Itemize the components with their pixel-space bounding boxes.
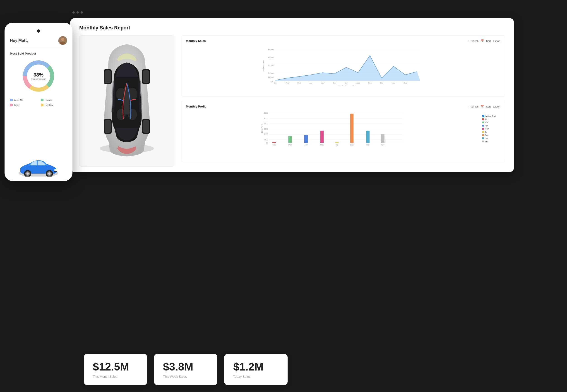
svg-text:$0: $0 bbox=[270, 81, 273, 83]
chart-actions-profit: › Refresh 📅 Sort Export bbox=[468, 105, 500, 108]
phone-camera bbox=[37, 29, 40, 33]
svg-text:$3,000: $3,000 bbox=[268, 64, 274, 67]
svg-text:Nov: Nov bbox=[392, 82, 395, 84]
svg-text:$1,000: $1,000 bbox=[268, 76, 274, 79]
svg-text:Jan: Jan bbox=[272, 144, 276, 146]
svg-rect-74 bbox=[320, 131, 324, 143]
svg-rect-73 bbox=[304, 135, 308, 143]
legend-nov: Nov bbox=[482, 140, 500, 143]
sort-btn-sales[interactable]: Sort bbox=[486, 40, 491, 42]
sort-btn-profit[interactable]: Sort bbox=[486, 105, 491, 108]
refresh-btn-profit[interactable]: › Refresh bbox=[468, 105, 479, 108]
svg-text:Oct: Oct bbox=[366, 144, 369, 146]
svg-text:Sep: Sep bbox=[368, 82, 372, 84]
donut-percent: 38% bbox=[31, 72, 46, 78]
svg-text:Aug: Aug bbox=[356, 82, 360, 84]
svg-text:May: May bbox=[320, 144, 324, 146]
legend-label-benz: Benz bbox=[14, 104, 20, 106]
legend-dot-jan bbox=[482, 118, 484, 120]
donut-chart: 38% Sales Increase bbox=[20, 58, 57, 94]
bar-chart-svg: $600 $500 $400 $300 $200 $100 $0 bbox=[186, 111, 480, 147]
svg-text:Feb: Feb bbox=[285, 82, 289, 84]
monthly-sales-panel: Monthly Sales › Refresh 📅 Sort Export $5… bbox=[181, 35, 505, 97]
export-btn-profit[interactable]: Export bbox=[493, 105, 500, 108]
avatar bbox=[58, 36, 67, 45]
most-sold-title: Most Sold Product bbox=[10, 52, 67, 55]
legend-label-oct: Oct bbox=[485, 137, 488, 140]
legend-suzuki: Suzuki bbox=[41, 99, 67, 101]
svg-text:Jun: Jun bbox=[333, 82, 336, 84]
refresh-chevron-profit: › bbox=[468, 105, 469, 108]
svg-text:Total Payment: Total Payment bbox=[262, 60, 265, 72]
svg-text:$4,000: $4,000 bbox=[268, 56, 274, 59]
monthly-sales-title: Monthly Sales bbox=[186, 39, 206, 42]
stat-card-week: $3.8M This Week Sales bbox=[154, 354, 217, 385]
legend-benz: Benz bbox=[10, 104, 36, 106]
legend-label-sep: Sep bbox=[485, 134, 488, 136]
donut-chart-container: 38% Sales Increase bbox=[10, 58, 67, 94]
legend-jul: Jul bbox=[482, 131, 500, 133]
stat-value-month: $12.5M bbox=[93, 361, 138, 373]
legend-label-suzuki: Suzuki bbox=[45, 99, 52, 101]
legend-may: May bbox=[482, 128, 500, 130]
svg-rect-23 bbox=[143, 70, 149, 83]
chart-actions-sales: › Refresh 📅 Sort Export bbox=[468, 39, 500, 42]
stat-value-today: $1.2M bbox=[233, 361, 279, 373]
legend-dot-benz bbox=[10, 104, 13, 106]
legend-dot-jul bbox=[482, 131, 484, 133]
legend-sep: Sep bbox=[482, 134, 500, 136]
blue-car-svg bbox=[14, 156, 63, 177]
greeting-text: Hey Matt, bbox=[10, 38, 28, 43]
refresh-label: Refresh bbox=[470, 40, 479, 42]
refresh-btn-sales[interactable]: › Refresh bbox=[468, 40, 479, 42]
svg-text:Total Profit: Total Profit bbox=[261, 124, 263, 133]
dashboard-panel: Monthly Sales Report bbox=[70, 18, 514, 172]
dot-2 bbox=[77, 11, 79, 14]
svg-rect-72 bbox=[288, 136, 292, 143]
username: Matt, bbox=[18, 38, 28, 43]
export-btn-sales[interactable]: Export bbox=[493, 40, 500, 42]
car-showcase bbox=[79, 35, 174, 167]
legend-label-mar: Mar bbox=[485, 121, 488, 124]
legend-bentley: Bentley bbox=[41, 104, 67, 106]
svg-text:$100: $100 bbox=[264, 139, 268, 141]
bar-chart-area: $600 $500 $400 $300 $200 $100 $0 bbox=[186, 111, 500, 147]
invoice-date-label: Invoice Date bbox=[485, 115, 496, 117]
svg-text:Nov: Nov bbox=[381, 144, 385, 146]
legend-dot-may bbox=[482, 128, 484, 130]
legend-label-jan: Jan bbox=[485, 118, 488, 120]
svg-text:Apr: Apr bbox=[305, 144, 308, 146]
bar-chart-legend: Invoice Date Jan Mar Apr bbox=[482, 111, 500, 147]
svg-text:Dec: Dec bbox=[404, 82, 407, 84]
monthly-profit-title: Monthly Profit bbox=[186, 105, 206, 108]
legend-dot-oct bbox=[482, 137, 484, 139]
svg-text:May: May bbox=[321, 82, 325, 84]
svg-text:$600: $600 bbox=[264, 112, 268, 114]
svg-rect-24 bbox=[105, 120, 111, 133]
stat-value-week: $3.8M bbox=[163, 361, 208, 373]
legend-dot-suzuki bbox=[41, 99, 43, 101]
stat-card-today: $1.2M Today Sales bbox=[224, 354, 288, 385]
svg-rect-71 bbox=[272, 142, 276, 143]
calendar-icon-sales[interactable]: 📅 bbox=[481, 39, 484, 42]
legend-label-audi: Audi A6 bbox=[14, 99, 23, 101]
chart-header-profit: Monthly Profit › Refresh 📅 Sort Export bbox=[186, 105, 500, 108]
svg-text:$500: $500 bbox=[264, 117, 268, 120]
legend-label-jul: Jul bbox=[485, 131, 487, 133]
avatar-image bbox=[58, 36, 67, 45]
svg-text:Mar: Mar bbox=[288, 144, 292, 146]
legend-audi: Audi A6 bbox=[10, 99, 36, 101]
legend-mar: Mar bbox=[482, 121, 500, 124]
stat-card-month: $12.5M This Month Sales bbox=[84, 354, 147, 385]
svg-point-14 bbox=[48, 172, 51, 175]
phone-car-image bbox=[10, 149, 67, 177]
stat-label-month: This Month Sales bbox=[93, 375, 138, 378]
stats-row: $12.5M This Month Sales $3.8M This Week … bbox=[84, 354, 288, 385]
legend-label-apr: Apr bbox=[485, 125, 488, 127]
svg-rect-75 bbox=[335, 142, 339, 143]
invoice-date-checkbox[interactable] bbox=[482, 115, 484, 117]
legend-dot-sep bbox=[482, 134, 484, 136]
calendar-icon-profit[interactable]: 📅 bbox=[481, 105, 484, 108]
svg-text:$400: $400 bbox=[264, 123, 268, 125]
legend-oct: Oct bbox=[482, 137, 500, 140]
